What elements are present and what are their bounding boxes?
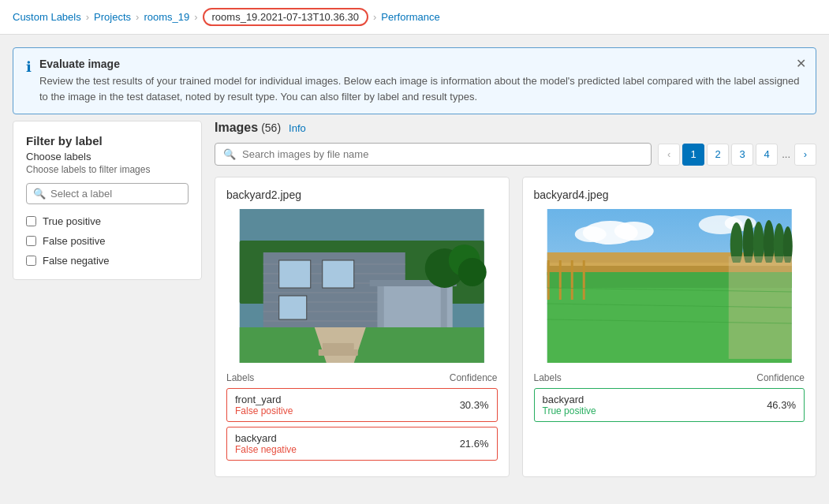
breadcrumb-projects[interactable]: Projects <box>94 11 131 23</box>
close-banner-button[interactable]: ✕ <box>796 56 806 71</box>
svg-rect-12 <box>279 260 311 288</box>
card-1-label-row-2: backyard False negative 21.6% <box>226 427 498 461</box>
svg-rect-46 <box>570 260 573 300</box>
filter-false-positive-label: False positive <box>43 235 105 247</box>
filter-true-positive-checkbox[interactable] <box>26 216 36 226</box>
search-input[interactable] <box>242 148 643 160</box>
choose-labels-label: Choose labels <box>26 151 189 162</box>
card-1-filename: backyard2.jpeg <box>226 189 498 201</box>
filter-false-negative-checkbox[interactable] <box>26 256 36 266</box>
info-banner: ℹ Evaluate image Review the test results… <box>13 47 816 114</box>
card-1-label-1-info: front_yard False positive <box>235 394 460 416</box>
main-layout: Filter by label Choose labels Choose lab… <box>0 121 829 490</box>
filter-false-negative-label: False negative <box>43 255 110 267</box>
svg-point-25 <box>458 258 487 286</box>
filter-true-positive-label: True positive <box>43 215 101 227</box>
breadcrumb-sep-3: › <box>194 11 197 23</box>
svg-rect-21 <box>319 349 358 356</box>
breadcrumb-sep-1: › <box>86 11 89 23</box>
label-search-input[interactable] <box>50 188 181 200</box>
breadcrumb-custom-labels[interactable]: Custom Labels <box>13 11 81 23</box>
content-area: Images (56) Info 🔍 ‹ 1 2 3 4 ... › <box>215 121 816 477</box>
breadcrumb: Custom Labels › Projects › rooms_19 › ro… <box>0 0 829 35</box>
card-2-label-row-1: backyard True positive 46.3% <box>534 388 805 422</box>
svg-rect-47 <box>582 260 584 300</box>
images-title: Images <box>215 121 258 135</box>
svg-rect-22 <box>323 343 354 349</box>
card-1-label-row-1: front_yard False positive 30.3% <box>226 388 498 422</box>
search-icon: 🔍 <box>223 148 236 160</box>
pagination-page-1[interactable]: 1 <box>682 144 704 166</box>
banner-title: Evaluate image <box>39 58 803 70</box>
card-1-label-2-confidence: 21.6% <box>460 438 489 450</box>
pagination-page-3[interactable]: 3 <box>731 144 753 166</box>
svg-rect-45 <box>558 260 561 300</box>
svg-point-29 <box>574 226 606 242</box>
svg-rect-44 <box>547 260 549 300</box>
banner-body: Review the test results of your trained … <box>39 73 803 104</box>
card-2-confidence-col: Confidence <box>756 372 805 383</box>
images-header: Images (56) Info <box>215 121 816 135</box>
breadcrumb-rooms19[interactable]: rooms_19 <box>144 11 189 23</box>
breadcrumb-performance[interactable]: Performance <box>381 11 439 23</box>
card-1-label-1-type: False positive <box>235 405 460 416</box>
card-1-confidence-col: Confidence <box>450 372 498 383</box>
images-info-link[interactable]: Info <box>289 122 306 134</box>
card-2-filename: backyard4.jpeg <box>534 189 805 201</box>
card-1-label-1-confidence: 30.3% <box>460 399 489 411</box>
pagination-page-4[interactable]: 4 <box>756 144 778 166</box>
svg-point-28 <box>614 222 653 241</box>
label-search-icon: 🔍 <box>33 188 46 200</box>
pagination: ‹ 1 2 3 4 ... › <box>658 144 816 166</box>
image-card-2: backyard4.jpeg <box>522 177 817 477</box>
card-1-label-1-name: front_yard <box>235 394 460 405</box>
card-1-label-2-name: backyard <box>235 432 460 444</box>
card-2-labels-col: Labels <box>534 372 562 383</box>
choose-labels-sublabel: Choose labels to filter images <box>26 164 189 175</box>
card-2-image <box>534 209 805 363</box>
card-1-labels-col: Labels <box>226 372 254 383</box>
card-1-image <box>226 209 498 363</box>
breadcrumb-active-model[interactable]: rooms_19.2021-07-13T10.36.30 <box>203 8 368 26</box>
filter-true-positive[interactable]: True positive <box>26 215 189 227</box>
pagination-next[interactable]: › <box>794 144 816 166</box>
card-1-labels-header: Labels Confidence <box>226 372 498 383</box>
card-1-label-2-info: backyard False negative <box>235 432 460 455</box>
pagination-prev[interactable]: ‹ <box>658 144 680 166</box>
label-search-box[interactable]: 🔍 <box>26 183 189 204</box>
svg-rect-13 <box>323 260 354 288</box>
filter-sidebar: Filter by label Choose labels Choose lab… <box>13 121 202 280</box>
card-2-label-1-type: True positive <box>543 405 767 416</box>
image-card-1: backyard2.jpeg <box>215 177 510 477</box>
breadcrumb-sep-2: › <box>136 11 139 23</box>
search-bar[interactable]: 🔍 <box>215 143 652 166</box>
pagination-page-2[interactable]: 2 <box>707 144 729 166</box>
card-1-label-2-type: False negative <box>235 444 460 455</box>
sidebar-title: Filter by label <box>26 134 189 147</box>
info-icon: ℹ <box>26 58 32 76</box>
filter-options: True positive False positive False negat… <box>26 215 189 267</box>
pagination-dots: ... <box>780 148 792 160</box>
filter-false-negative[interactable]: False negative <box>26 255 189 267</box>
filter-false-positive-checkbox[interactable] <box>26 236 36 246</box>
svg-rect-14 <box>279 296 307 319</box>
card-2-label-1-info: backyard True positive <box>543 394 767 416</box>
filter-false-positive[interactable]: False positive <box>26 235 189 247</box>
card-2-label-1-confidence: 46.3% <box>767 399 796 411</box>
card-2-labels-header: Labels Confidence <box>534 372 805 383</box>
search-pagination-row: 🔍 ‹ 1 2 3 4 ... › <box>215 143 816 166</box>
images-count: (56) <box>261 121 281 134</box>
image-grid: backyard2.jpeg <box>215 177 816 477</box>
breadcrumb-sep-4: › <box>373 11 376 23</box>
card-2-label-1-name: backyard <box>543 394 767 405</box>
